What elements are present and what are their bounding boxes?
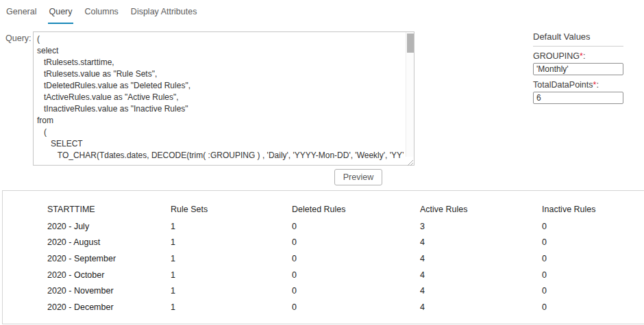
table-header-row: STARTTIME Rule Sets Deleted Rules Active… — [47, 200, 644, 218]
cell-starttime: 2020 - July — [47, 222, 171, 231]
totaldatapoints-label: TotalDataPoints*: — [533, 80, 623, 90]
cell-rule-sets: 1 — [171, 222, 292, 231]
default-values-title: Default Values — [533, 31, 623, 47]
cell-inactive-rules: 0 — [542, 302, 644, 312]
results-table: STARTTIME Rule Sets Deleted Rules Active… — [47, 200, 644, 315]
totaldatapoints-label-colon: : — [596, 80, 598, 90]
cell-active-rules: 4 — [420, 302, 542, 312]
results-panel: STARTTIME Rule Sets Deleted Rules Active… — [2, 190, 644, 324]
query-scrollbar[interactable] — [406, 32, 414, 165]
cell-inactive-rules: 0 — [542, 286, 644, 296]
grouping-label-colon: : — [583, 51, 585, 61]
table-row: 2020 - November 1 0 4 0 — [47, 283, 644, 299]
cell-active-rules: 4 — [420, 237, 542, 247]
cell-starttime: 2020 - October — [47, 270, 171, 280]
tab-query[interactable]: Query — [48, 5, 73, 24]
cell-inactive-rules: 0 — [542, 254, 644, 263]
grouping-input[interactable] — [533, 63, 623, 75]
cell-starttime: 2020 - December — [47, 302, 171, 312]
totaldatapoints-input[interactable] — [533, 92, 623, 104]
cell-rule-sets: 1 — [171, 237, 292, 247]
table-row: 2020 - September 1 0 4 0 — [47, 250, 644, 267]
scrollbar-thumb[interactable] — [407, 34, 414, 53]
table-row: 2020 - July 1 0 3 0 — [47, 218, 644, 235]
column-header-deleted-rules: Deleted Rules — [292, 205, 420, 214]
cell-deleted-rules: 0 — [292, 270, 420, 280]
table-row: 2020 - December 1 0 4 0 — [47, 299, 644, 315]
default-values-panel: Default Values GROUPING*: TotalDataPoint… — [533, 31, 623, 104]
tab-columns[interactable]: Columns — [84, 5, 119, 24]
resize-handle-icon[interactable] — [406, 157, 414, 165]
cell-rule-sets: 1 — [171, 286, 292, 296]
tab-general[interactable]: General — [5, 5, 37, 24]
cell-active-rules: 4 — [420, 286, 542, 296]
cell-starttime: 2020 - November — [47, 286, 171, 296]
column-header-active-rules: Active Rules — [420, 205, 542, 214]
cell-deleted-rules: 0 — [292, 222, 420, 231]
cell-rule-sets: 1 — [171, 270, 292, 280]
cell-active-rules: 4 — [420, 270, 542, 280]
tab-display-attributes[interactable]: Display Attributes — [130, 5, 198, 24]
query-textarea[interactable]: ( select tRulesets.starttime, tRulesets.… — [33, 31, 414, 166]
cell-deleted-rules: 0 — [292, 254, 420, 263]
grouping-label: GROUPING*: — [533, 51, 623, 61]
grouping-label-text: GROUPING — [533, 51, 580, 61]
query-editor-page: { "colors": { "accent": "#1787b8", "aste… — [0, 0, 644, 325]
cell-deleted-rules: 0 — [292, 286, 420, 296]
tab-bar: General Query Columns Display Attributes — [5, 5, 208, 24]
query-field-label: Query: — [5, 34, 32, 43]
cell-inactive-rules: 0 — [542, 270, 644, 280]
totaldatapoints-label-text: TotalDataPoints — [533, 80, 593, 90]
cell-starttime: 2020 - September — [47, 254, 171, 263]
column-header-starttime: STARTTIME — [47, 205, 171, 214]
cell-deleted-rules: 0 — [292, 302, 420, 312]
column-header-rule-sets: Rule Sets — [171, 205, 292, 214]
cell-inactive-rules: 0 — [542, 237, 644, 247]
cell-active-rules: 4 — [420, 254, 542, 263]
table-body: 2020 - July 1 0 3 0 2020 - August 1 0 4 … — [47, 218, 644, 315]
cell-rule-sets: 1 — [171, 254, 292, 263]
cell-inactive-rules: 0 — [542, 222, 644, 231]
table-row: 2020 - October 1 0 4 0 — [47, 267, 644, 283]
cell-starttime: 2020 - August — [47, 237, 171, 247]
preview-button[interactable]: Preview — [334, 169, 382, 185]
column-header-inactive-rules: Inactive Rules — [542, 205, 644, 214]
cell-active-rules: 3 — [420, 222, 542, 231]
cell-rule-sets: 1 — [171, 302, 292, 312]
table-row: 2020 - August 1 0 4 0 — [47, 235, 644, 251]
cell-deleted-rules: 0 — [292, 237, 420, 247]
query-text-content: ( select tRulesets.starttime, tRulesets.… — [37, 34, 404, 164]
